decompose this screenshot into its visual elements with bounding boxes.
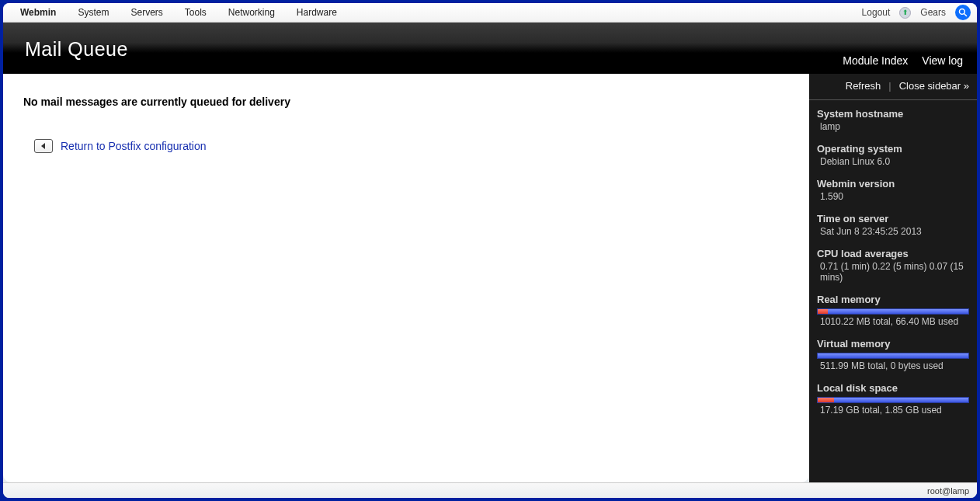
disk-label: Local disk space: [817, 382, 969, 394]
gears-link[interactable]: Gears: [916, 7, 950, 18]
real-memory-label: Real memory: [817, 294, 969, 305]
separator: |: [888, 80, 891, 92]
menu-hardware[interactable]: Hardware: [286, 7, 348, 18]
empty-queue-message: No mail messages are currently queued fo…: [23, 96, 789, 108]
hostname-value: lamp: [817, 121, 969, 132]
menu-system[interactable]: System: [67, 7, 120, 18]
cpu-label: CPU load averages: [817, 248, 969, 259]
cpu-value: 0.71 (1 min) 0.22 (5 mins) 0.07 (15 mins…: [817, 261, 969, 283]
virtual-memory-value: 511.99 MB total, 0 bytes used: [817, 360, 969, 371]
svg-line-1: [964, 14, 967, 16]
return-postfix-link[interactable]: Return to Postfix configuration: [61, 140, 207, 152]
page-title: Mail Queue: [22, 23, 958, 73]
main-content: No mail messages are currently queued fo…: [3, 74, 809, 482]
menubar: Webmin System Servers Tools Networking H…: [3, 3, 977, 23]
disk-used: [818, 398, 834, 402]
menu-networking[interactable]: Networking: [217, 7, 286, 18]
virtual-memory-label: Virtual memory: [817, 338, 969, 350]
real-memory-bar: [817, 308, 969, 315]
sidebar-refresh[interactable]: Refresh: [846, 80, 881, 92]
module-index-link[interactable]: Module Index: [843, 54, 908, 67]
arrow-up-icon[interactable]: ⬆: [899, 7, 911, 19]
logout-link[interactable]: Logout: [857, 7, 895, 18]
page-header: Mail Queue Module Index View log: [3, 23, 977, 74]
time-label: Time on server: [817, 213, 969, 224]
disk-bar: [817, 397, 969, 403]
version-label: Webmin version: [817, 178, 969, 190]
os-label: Operating system: [817, 143, 969, 155]
hostname-label: System hostname: [817, 108, 969, 120]
back-button[interactable]: [34, 139, 53, 153]
menu-webmin[interactable]: Webmin: [9, 7, 67, 18]
version-value: 1.590: [817, 191, 969, 202]
disk-value: 17.19 GB total, 1.85 GB used: [817, 405, 969, 416]
real-memory-used: [818, 309, 828, 314]
view-log-link[interactable]: View log: [922, 54, 963, 67]
statusbar: root@lamp: [3, 482, 977, 498]
sidebar-close[interactable]: Close sidebar »: [899, 80, 969, 92]
virtual-memory-bar: [817, 353, 969, 359]
time-value: Sat Jun 8 23:45:25 2013: [817, 226, 969, 237]
os-value: Debian Linux 6.0: [817, 156, 969, 167]
real-memory-value: 1010.22 MB total, 66.40 MB used: [817, 316, 969, 327]
menu-servers[interactable]: Servers: [120, 7, 173, 18]
sidebar: Refresh | Close sidebar » System hostnam…: [809, 74, 977, 482]
status-user: root@lamp: [927, 486, 969, 496]
menu-tools[interactable]: Tools: [174, 7, 217, 18]
search-icon[interactable]: [955, 5, 971, 20]
